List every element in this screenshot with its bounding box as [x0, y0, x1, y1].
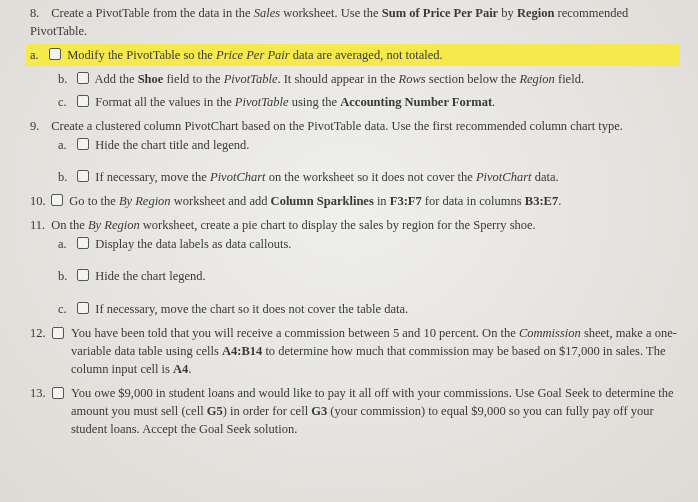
- q9-number: 9.: [30, 117, 48, 135]
- q8a-text: Modify the PivotTable so the Price Per P…: [67, 48, 442, 62]
- q11a-text: Display the data labels as data callouts…: [95, 237, 291, 251]
- checkbox-icon[interactable]: [77, 170, 89, 182]
- q8-text: Create a PivotTable from the data in the…: [30, 6, 628, 38]
- q8c: c. Format all the values in the PivotTab…: [58, 93, 680, 111]
- question-9: 9. Create a clustered column PivotChart …: [30, 117, 680, 186]
- checkbox-icon[interactable]: [77, 269, 89, 281]
- q9-text: Create a clustered column PivotChart bas…: [51, 119, 623, 133]
- q8b: b. Add the Shoe field to the PivotTable.…: [58, 70, 680, 88]
- checkbox-icon[interactable]: [77, 72, 89, 84]
- checkbox-icon[interactable]: [51, 194, 63, 206]
- q10-text: Go to the By Region worksheet and add Co…: [69, 194, 561, 208]
- q11b-label: b.: [58, 267, 74, 285]
- q11c-label: c.: [58, 300, 74, 318]
- q12-number: 12.: [30, 324, 48, 378]
- q8b-label: b.: [58, 70, 74, 88]
- q9a-text: Hide the chart title and legend.: [95, 138, 249, 152]
- q11c-text: If necessary, move the chart so it does …: [95, 302, 408, 316]
- q12-text: You have been told that you will receive…: [71, 324, 680, 378]
- checkbox-icon[interactable]: [77, 237, 89, 249]
- q8-number: 8.: [30, 4, 48, 22]
- checkbox-icon[interactable]: [52, 327, 64, 339]
- question-10: 10. Go to the By Region worksheet and ad…: [30, 192, 680, 210]
- q11-number: 11.: [30, 216, 48, 234]
- q13-number: 13.: [30, 384, 48, 438]
- q11a-label: a.: [58, 235, 74, 253]
- checkbox-icon[interactable]: [49, 48, 61, 60]
- q9a: a. Hide the chart title and legend.: [58, 136, 680, 154]
- q10-number: 10.: [30, 192, 48, 210]
- question-8: 8. Create a PivotTable from the data in …: [30, 4, 680, 111]
- q9a-label: a.: [58, 136, 74, 154]
- checkbox-icon[interactable]: [77, 302, 89, 314]
- q8c-text: Format all the values in the PivotTable …: [95, 95, 495, 109]
- checkbox-icon[interactable]: [77, 95, 89, 107]
- question-11: 11. On the By Region worksheet, create a…: [30, 216, 680, 318]
- checkbox-icon[interactable]: [52, 387, 64, 399]
- q11b: b. Hide the chart legend.: [58, 267, 680, 285]
- q8a-highlighted: a. Modify the PivotTable so the Price Pe…: [26, 44, 680, 66]
- checkbox-icon[interactable]: [77, 138, 89, 150]
- question-12: 12. You have been told that you will rec…: [30, 324, 680, 378]
- worksheet-instructions: 8. Create a PivotTable from the data in …: [0, 0, 698, 502]
- q11b-text: Hide the chart legend.: [95, 269, 205, 283]
- question-13: 13. You owe $9,000 in student loans and …: [30, 384, 680, 438]
- q9b-label: b.: [58, 168, 74, 186]
- q13-text: You owe $9,000 in student loans and woul…: [71, 384, 680, 438]
- q11-text: On the By Region worksheet, create a pie…: [51, 218, 536, 232]
- q11c: c. If necessary, move the chart so it do…: [58, 300, 680, 318]
- q8a-label: a.: [30, 46, 46, 64]
- q8b-text: Add the Shoe field to the PivotTable. It…: [95, 72, 584, 86]
- q8c-label: c.: [58, 93, 74, 111]
- q9b: b. If necessary, move the PivotChart on …: [58, 168, 680, 186]
- q11a: a. Display the data labels as data callo…: [58, 235, 680, 253]
- q9b-text: If necessary, move the PivotChart on the…: [95, 170, 558, 184]
